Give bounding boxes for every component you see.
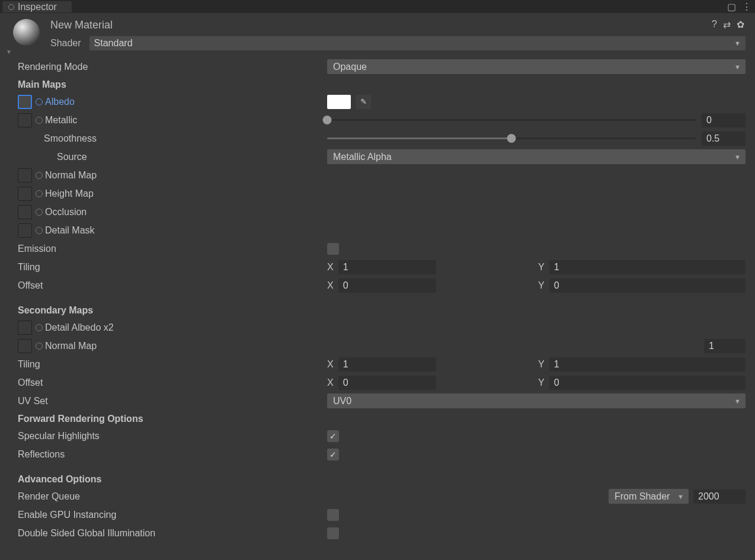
shader-dropdown[interactable]: Standard ▼ — [89, 36, 746, 50]
smoothness-source-dropdown[interactable]: Metallic Alpha ▼ — [327, 149, 746, 164]
sec-normalmap-texture-slot[interactable] — [18, 339, 32, 353]
metallic-label: Metallic — [45, 115, 77, 126]
uvset-value: UV0 — [333, 396, 351, 407]
picker-icon[interactable] — [36, 98, 43, 105]
source-label: Source — [57, 152, 87, 162]
picker-icon[interactable] — [36, 190, 43, 197]
secondary-maps-header: Secondary Maps — [18, 305, 93, 316]
tab-title: Inspector — [18, 2, 57, 12]
picker-icon[interactable] — [36, 209, 43, 216]
reflections-label: Reflections — [18, 449, 65, 460]
rendering-mode-dropdown[interactable]: Opaque ▼ — [327, 59, 746, 74]
emission-label: Emission — [18, 244, 56, 254]
eyedropper-icon[interactable]: ✎ — [356, 95, 371, 109]
inspector-tab[interactable]: Inspector — [2, 1, 72, 12]
sec-normalmap-value[interactable]: 1 — [704, 339, 746, 353]
tiling-x-input[interactable]: 1 — [338, 260, 436, 274]
picker-icon[interactable] — [36, 343, 43, 350]
uvset-label: UV Set — [18, 396, 48, 407]
specular-label: Specular Highlights — [18, 431, 100, 441]
shader-label: Shader — [50, 38, 81, 49]
forward-header: Forward Rendering Options — [18, 414, 143, 424]
material-preview-icon[interactable] — [13, 19, 40, 46]
metallic-value[interactable]: 0 — [702, 113, 746, 127]
detailmask-texture-slot[interactable] — [18, 223, 32, 238]
x-label: X — [327, 377, 334, 388]
sec-tiling-x-input[interactable]: 1 — [338, 357, 436, 372]
tiling-y-input[interactable]: 1 — [549, 260, 746, 274]
rendering-mode-value: Opaque — [333, 62, 367, 72]
sec-offset-y-input[interactable]: 0 — [549, 376, 746, 390]
y-label: Y — [538, 280, 545, 291]
sec-tiling-y-input[interactable]: 1 — [549, 357, 746, 372]
render-queue-value[interactable]: 2000 — [693, 489, 746, 504]
picker-icon[interactable] — [36, 324, 43, 331]
sec-normalmap-label: Normal Map — [45, 341, 97, 351]
chevron-down-icon: ▼ — [734, 40, 741, 47]
metallic-slider[interactable] — [327, 119, 696, 121]
foldout-icon[interactable]: ▼ — [6, 49, 12, 55]
heightmap-label: Height Map — [45, 188, 94, 199]
render-queue-dropdown[interactable]: From Shader ▼ — [609, 489, 689, 504]
lock-icon — [8, 4, 14, 10]
sec-offset-x-input[interactable]: 0 — [338, 376, 436, 390]
specular-checkbox[interactable]: ✓ — [327, 430, 339, 442]
offset-label: Offset — [18, 280, 43, 291]
y-label: Y — [538, 359, 545, 370]
chevron-down-icon: ▼ — [734, 153, 741, 161]
inspector-body: Rendering Mode Opaque ▼ Main Maps Albedo… — [0, 53, 755, 554]
sec-offset-label: Offset — [18, 377, 43, 388]
detail-albedo-label: Detail Albedo x2 — [45, 322, 114, 333]
sec-tiling-label: Tiling — [18, 359, 40, 370]
offset-y-input[interactable]: 0 — [549, 279, 746, 293]
chevron-down-icon: ▼ — [734, 63, 741, 71]
x-label: X — [327, 280, 334, 291]
normalmap-label: Normal Map — [45, 170, 97, 181]
shader-value: Standard — [94, 38, 133, 49]
smoothness-value[interactable]: 0.5 — [702, 132, 746, 146]
dsgi-checkbox[interactable] — [327, 527, 339, 539]
albedo-label: Albedo — [45, 97, 75, 107]
picker-icon[interactable] — [36, 172, 43, 179]
menu-icon[interactable]: ⋮ — [742, 1, 751, 12]
smoothness-label: Smoothness — [44, 133, 97, 144]
material-header: New Material Shader Standard ▼ ? ⇄ ✿ ▼ — [0, 13, 755, 53]
dsgi-label: Double Sided Global Illumination — [18, 528, 155, 539]
occlusion-texture-slot[interactable] — [18, 205, 32, 219]
gpu-instancing-checkbox[interactable] — [327, 509, 339, 521]
tiling-label: Tiling — [18, 262, 40, 273]
gear-icon[interactable]: ✿ — [737, 19, 744, 30]
preset-icon[interactable]: ⇄ — [723, 19, 731, 30]
y-label: Y — [538, 262, 545, 273]
advanced-header: Advanced Options — [18, 474, 101, 485]
picker-icon[interactable] — [36, 117, 43, 124]
main-maps-header: Main Maps — [18, 79, 66, 90]
detail-albedo-texture-slot[interactable] — [18, 321, 32, 335]
uvset-dropdown[interactable]: UV0 ▼ — [327, 393, 746, 408]
x-label: X — [327, 262, 334, 273]
albedo-color[interactable] — [327, 95, 351, 109]
chevron-down-icon: ▼ — [734, 398, 741, 405]
gpu-instancing-label: Enable GPU Instancing — [18, 510, 116, 520]
reflections-checkbox[interactable]: ✓ — [327, 449, 339, 460]
render-queue-mode: From Shader — [615, 491, 670, 502]
rendering-mode-label: Rendering Mode — [18, 62, 88, 72]
material-name[interactable]: New Material — [50, 19, 746, 31]
y-label: Y — [538, 377, 545, 388]
picker-icon[interactable] — [36, 227, 43, 234]
albedo-texture-slot[interactable] — [18, 95, 32, 109]
emission-checkbox[interactable] — [327, 243, 339, 255]
help-icon[interactable]: ? — [712, 19, 717, 30]
maximize-icon[interactable]: ▢ — [727, 1, 736, 12]
normalmap-texture-slot[interactable] — [18, 168, 32, 183]
occlusion-label: Occlusion — [45, 207, 87, 217]
smoothness-slider[interactable] — [327, 137, 696, 139]
heightmap-texture-slot[interactable] — [18, 187, 32, 201]
offset-x-input[interactable]: 0 — [338, 279, 436, 293]
window-controls: ▢ ⋮ — [727, 1, 751, 12]
detailmask-label: Detail Mask — [45, 225, 95, 236]
chevron-down-icon: ▼ — [677, 493, 684, 500]
metallic-texture-slot[interactable] — [18, 113, 32, 127]
source-value: Metallic Alpha — [333, 152, 392, 162]
x-label: X — [327, 359, 334, 370]
